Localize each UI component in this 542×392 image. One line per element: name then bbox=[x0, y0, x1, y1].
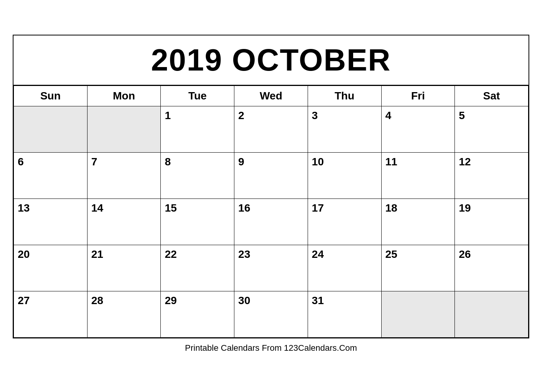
weekday-header-sun: Sun bbox=[14, 86, 88, 106]
calendar-day-cell bbox=[381, 291, 455, 337]
calendar-day-cell bbox=[455, 291, 529, 337]
weekday-header-row: SunMonTueWedThuFriSat bbox=[14, 86, 529, 106]
calendar-day-cell: 20 bbox=[14, 245, 88, 291]
calendar-day-cell: 24 bbox=[308, 245, 381, 291]
calendar-day-cell bbox=[87, 106, 161, 152]
calendar-title: 2019 OCTOBER bbox=[13, 35, 529, 86]
calendar-day-cell: 30 bbox=[234, 291, 308, 337]
calendar-day-cell: 22 bbox=[161, 245, 234, 291]
calendar-table: SunMonTueWedThuFriSat 123456789101112131… bbox=[13, 86, 529, 338]
calendar-day-cell: 27 bbox=[14, 291, 88, 337]
calendar-day-cell: 12 bbox=[455, 152, 529, 199]
calendar-footer: Printable Calendars From 123Calendars.Co… bbox=[13, 338, 529, 358]
calendar-day-cell: 31 bbox=[308, 291, 381, 337]
calendar-week-1: 12345 bbox=[14, 106, 529, 152]
calendar-day-cell: 5 bbox=[455, 106, 529, 152]
calendar-day-cell: 17 bbox=[308, 199, 381, 245]
calendar-day-cell: 25 bbox=[381, 245, 455, 291]
calendar-day-cell: 26 bbox=[455, 245, 529, 291]
calendar-day-cell: 29 bbox=[161, 291, 234, 337]
calendar-day-cell: 16 bbox=[234, 199, 308, 245]
calendar-day-cell: 23 bbox=[234, 245, 308, 291]
weekday-header-wed: Wed bbox=[234, 86, 308, 106]
calendar-day-cell: 13 bbox=[14, 199, 88, 245]
calendar-week-5: 2728293031 bbox=[14, 291, 529, 337]
calendar-day-cell: 14 bbox=[87, 199, 161, 245]
calendar-day-cell: 3 bbox=[308, 106, 381, 152]
calendar-container: 2019 OCTOBER SunMonTueWedThuFriSat 12345… bbox=[13, 35, 529, 338]
calendar-day-cell: 8 bbox=[161, 152, 234, 199]
calendar-day-cell: 9 bbox=[234, 152, 308, 199]
calendar-day-cell: 7 bbox=[87, 152, 161, 199]
calendar-day-cell: 18 bbox=[381, 199, 455, 245]
weekday-header-mon: Mon bbox=[87, 86, 161, 106]
calendar-day-cell: 1 bbox=[161, 106, 234, 152]
calendar-day-cell: 28 bbox=[87, 291, 161, 337]
calendar-day-cell: 19 bbox=[455, 199, 529, 245]
calendar-week-4: 20212223242526 bbox=[14, 245, 529, 291]
weekday-header-fri: Fri bbox=[381, 86, 455, 106]
calendar-day-cell: 15 bbox=[161, 199, 234, 245]
weekday-header-tue: Tue bbox=[161, 86, 234, 106]
calendar-day-cell: 6 bbox=[14, 152, 88, 199]
calendar-day-cell: 4 bbox=[381, 106, 455, 152]
calendar-day-cell: 11 bbox=[381, 152, 455, 199]
calendar-wrapper: 2019 OCTOBER SunMonTueWedThuFriSat 12345… bbox=[13, 35, 529, 358]
calendar-day-cell: 21 bbox=[87, 245, 161, 291]
calendar-week-2: 6789101112 bbox=[14, 152, 529, 199]
calendar-day-cell bbox=[14, 106, 88, 152]
weekday-header-thu: Thu bbox=[308, 86, 381, 106]
weekday-header-sat: Sat bbox=[455, 86, 529, 106]
calendar-day-cell: 10 bbox=[308, 152, 381, 199]
calendar-week-3: 13141516171819 bbox=[14, 199, 529, 245]
calendar-day-cell: 2 bbox=[234, 106, 308, 152]
